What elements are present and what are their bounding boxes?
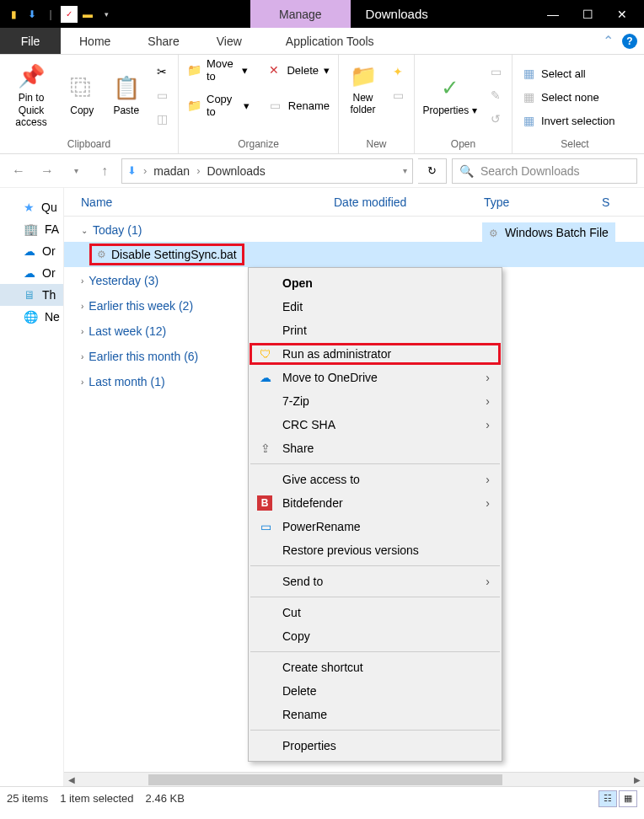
details-view-button[interactable]: ☷ — [598, 790, 617, 807]
sidebar-item-onedrive[interactable]: ☁Or — [0, 262, 63, 284]
application-tools-tab[interactable]: Application Tools — [267, 28, 393, 54]
open-button[interactable]: ▭ — [485, 62, 507, 82]
ctx-edit[interactable]: Edit — [249, 295, 502, 318]
address-dropdown-icon[interactable]: ▾ — [403, 166, 407, 175]
ctx-bitdefender[interactable]: BBitdefender› — [249, 491, 502, 515]
ctx-7zip[interactable]: 7-Zip› — [249, 389, 502, 413]
move-to-button[interactable]: 📁Move to ▾ — [184, 60, 251, 80]
chevron-right-icon: › — [81, 302, 83, 311]
sidebar-item[interactable]: 🏢FA — [0, 218, 63, 240]
ctx-crc-sha[interactable]: CRC SHA› — [249, 413, 502, 436]
ctx-share[interactable]: ⇪Share — [249, 436, 502, 460]
ctx-print[interactable]: Print — [249, 318, 502, 342]
file-row[interactable]: ⚙ Disable SettingSync.bat — [64, 242, 644, 267]
ctx-rename[interactable]: Rename — [249, 703, 502, 726]
copy-button[interactable]: ⿻ Copy — [62, 58, 102, 129]
collapse-ribbon-icon[interactable]: ⌃ — [603, 33, 614, 49]
path-icon: ▭ — [154, 88, 169, 103]
ctx-cut[interactable]: Cut — [249, 601, 502, 624]
column-date[interactable]: Date modified — [334, 195, 484, 209]
ctx-copy[interactable]: Copy — [249, 624, 502, 648]
history-button[interactable]: ↺ — [485, 109, 507, 129]
easy-access-button[interactable]: ▭ — [387, 85, 409, 105]
address-bar[interactable]: ⬇ › madan › Downloads ▾ — [121, 158, 413, 184]
invert-selection-button[interactable]: ▦Invert selection — [518, 110, 632, 131]
down-arrow-icon[interactable]: ⬇ — [24, 6, 40, 23]
scroll-right-icon[interactable]: ▶ — [630, 773, 644, 787]
new-item-button[interactable]: ✦ — [387, 62, 409, 82]
copy-path-button[interactable]: ▭ — [151, 85, 173, 105]
ctx-run-as-administrator[interactable]: 🛡Run as administrator — [249, 342, 502, 366]
checklist-icon[interactable]: ✓ — [61, 6, 78, 23]
ctx-powerrename[interactable]: ▭PowerRename — [249, 515, 502, 538]
edit-button[interactable]: ✎ — [485, 85, 507, 105]
pin-to-quick-access-button[interactable]: 📌 Pin to Quick access — [5, 58, 57, 129]
file-tab[interactable]: File — [0, 28, 61, 54]
home-tab[interactable]: Home — [61, 28, 129, 54]
column-name[interactable]: Name — [64, 195, 334, 209]
cut-button[interactable]: ✂ — [151, 62, 173, 82]
paste-shortcut-button[interactable]: ◫ — [151, 109, 173, 129]
ctx-send-to[interactable]: Send to› — [249, 570, 502, 593]
paste-button[interactable]: 📋 Paste — [107, 58, 147, 129]
select-all-button[interactable]: ▦Select all — [518, 63, 632, 83]
chevron-right-icon: › — [81, 276, 83, 286]
copy-to-button[interactable]: 📁Copy to ▾ — [184, 95, 253, 115]
sidebar-item-network[interactable]: 🌐Ne — [0, 306, 63, 328]
status-item-count: 25 items — [7, 792, 48, 805]
qat-dropdown-icon[interactable]: ▾ — [98, 6, 115, 23]
scroll-left-icon[interactable]: ◀ — [64, 773, 78, 787]
search-input[interactable]: 🔍 Search Downloads — [452, 158, 637, 184]
view-tab[interactable]: View — [198, 28, 260, 54]
ctx-open[interactable]: Open — [249, 271, 502, 295]
status-bar: 25 items 1 item selected 2.46 KB ☷ ▦ — [0, 786, 644, 810]
scrollbar-thumb[interactable] — [148, 774, 502, 785]
grid-invert-icon: ▦ — [521, 113, 536, 128]
ctx-move-to-onedrive[interactable]: ☁Move to OneDrive› — [249, 366, 502, 389]
ctx-restore-versions[interactable]: Restore previous versions — [249, 538, 502, 562]
breadcrumb-parent[interactable]: madan — [153, 164, 190, 178]
column-type[interactable]: Type — [484, 195, 602, 209]
minimize-button[interactable]: — — [547, 8, 559, 21]
maximize-button[interactable]: ☐ — [582, 8, 593, 21]
download-arrow-icon: ⬇ — [127, 164, 137, 177]
up-button[interactable]: ↑ — [93, 159, 116, 183]
horizontal-scrollbar[interactable]: ◀ ▶ — [64, 772, 644, 786]
forward-button[interactable]: → — [35, 159, 59, 183]
recent-dropdown-icon[interactable]: ▾ — [64, 159, 88, 183]
ctx-delete[interactable]: Delete — [249, 679, 502, 703]
ribbon-tabs: File Home Share View Application Tools ⌃… — [0, 28, 644, 55]
chevron-down-icon: ⌄ — [81, 226, 88, 235]
sidebar-item-this-pc[interactable]: 🖥Th — [0, 284, 63, 306]
ctx-properties[interactable]: Properties — [249, 734, 502, 757]
properties-button[interactable]: ✓ Properties ▾ — [420, 58, 480, 129]
cloud-icon: ☁ — [257, 369, 274, 386]
share-tab[interactable]: Share — [129, 28, 197, 54]
manage-context-tab[interactable]: Manage — [250, 0, 351, 28]
sidebar-item-quick-access[interactable]: ★Qu — [0, 196, 63, 218]
close-button[interactable]: ✕ — [617, 8, 627, 21]
column-size[interactable]: S — [602, 195, 609, 209]
chevron-right-icon[interactable]: › — [143, 164, 147, 177]
check-icon: ✓ — [436, 74, 464, 103]
delete-button[interactable]: ✕Delete ▾ — [263, 60, 333, 80]
folder-small-icon[interactable]: ▬ — [79, 6, 96, 23]
sidebar-item-onedrive[interactable]: ☁Or — [0, 240, 63, 262]
open-group: ✓ Properties ▾ ▭ ✎ ↺ Open — [415, 55, 513, 153]
chevron-right-icon: › — [486, 371, 490, 384]
select-none-button[interactable]: ▦Select none — [518, 87, 632, 107]
rename-button[interactable]: ▭Rename — [265, 95, 333, 115]
context-menu: Open Edit Print 🛡Run as administrator ☁M… — [248, 267, 502, 762]
new-group: 📁 New folder ✦ ▭ New — [339, 55, 415, 153]
chevron-right-icon[interactable]: › — [196, 164, 200, 177]
new-folder-button[interactable]: 📁 New folder — [344, 58, 382, 116]
new-folder-icon: 📁 — [349, 62, 378, 90]
ctx-create-shortcut[interactable]: Create shortcut — [249, 656, 502, 679]
window-title: Downloads — [366, 7, 428, 21]
ctx-give-access-to[interactable]: Give access to› — [249, 468, 502, 491]
back-button[interactable]: ← — [7, 159, 30, 183]
refresh-button[interactable]: ↻ — [418, 158, 447, 184]
help-icon[interactable]: ? — [622, 34, 637, 49]
icons-view-button[interactable]: ▦ — [619, 790, 637, 807]
breadcrumb-current[interactable]: Downloads — [207, 164, 266, 178]
